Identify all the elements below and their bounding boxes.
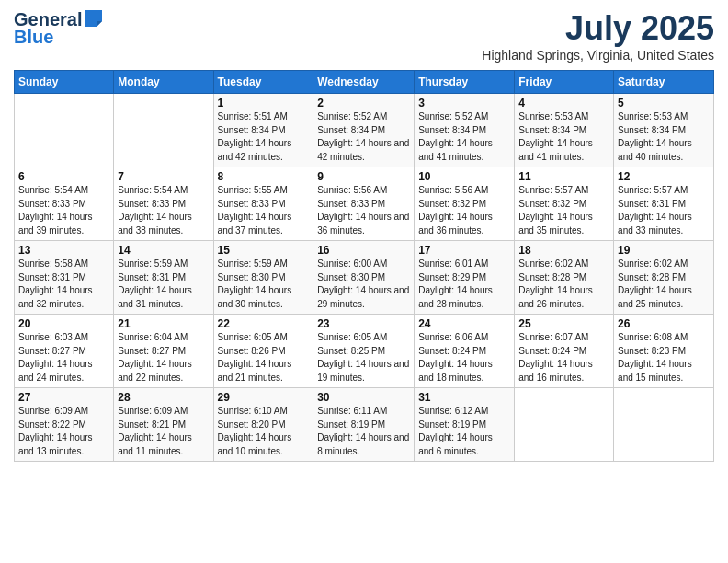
day-info: Sunrise: 5:53 AM Sunset: 8:34 PM Dayligh… xyxy=(518,110,609,164)
calendar-week-row: 13Sunrise: 5:58 AM Sunset: 8:31 PM Dayli… xyxy=(15,241,714,315)
day-info: Sunrise: 6:12 AM Sunset: 8:19 PM Dayligh… xyxy=(418,405,510,458)
calendar-cell: 7Sunrise: 5:54 AM Sunset: 8:33 PM Daylig… xyxy=(114,167,213,241)
calendar-week-row: 1Sunrise: 5:51 AM Sunset: 8:34 PM Daylig… xyxy=(15,94,714,167)
calendar-cell: 25Sunrise: 6:07 AM Sunset: 8:24 PM Dayli… xyxy=(515,315,614,388)
calendar-header-row: SundayMondayTuesdayWednesdayThursdayFrid… xyxy=(15,71,714,94)
day-number: 18 xyxy=(518,244,609,257)
calendar-cell xyxy=(614,388,714,462)
main-title: July 2025 xyxy=(482,9,714,48)
day-header-saturday: Saturday xyxy=(614,71,714,94)
title-block: July 2025 Highland Springs, Virginia, Un… xyxy=(482,9,714,63)
svg-marker-1 xyxy=(97,21,102,27)
day-header-friday: Friday xyxy=(515,71,614,94)
day-number: 22 xyxy=(218,317,310,330)
day-number: 14 xyxy=(118,244,209,257)
day-number: 26 xyxy=(618,317,710,330)
calendar-cell: 12Sunrise: 5:57 AM Sunset: 8:31 PM Dayli… xyxy=(614,167,714,241)
day-info: Sunrise: 5:52 AM Sunset: 8:34 PM Dayligh… xyxy=(418,110,510,164)
day-info: Sunrise: 6:02 AM Sunset: 8:28 PM Dayligh… xyxy=(518,258,609,311)
day-info: Sunrise: 5:51 AM Sunset: 8:34 PM Dayligh… xyxy=(218,110,310,164)
day-number: 12 xyxy=(618,170,710,183)
calendar-cell: 6Sunrise: 5:54 AM Sunset: 8:33 PM Daylig… xyxy=(15,167,114,241)
day-number: 8 xyxy=(218,170,310,183)
calendar-cell: 3Sunrise: 5:52 AM Sunset: 8:34 PM Daylig… xyxy=(415,94,515,167)
day-info: Sunrise: 5:58 AM Sunset: 8:31 PM Dayligh… xyxy=(18,258,109,311)
day-info: Sunrise: 6:01 AM Sunset: 8:29 PM Dayligh… xyxy=(418,258,510,311)
calendar-cell: 30Sunrise: 6:11 AM Sunset: 8:19 PM Dayli… xyxy=(313,388,415,462)
calendar-cell: 23Sunrise: 6:05 AM Sunset: 8:25 PM Dayli… xyxy=(313,315,415,388)
calendar-cell: 31Sunrise: 6:12 AM Sunset: 8:19 PM Dayli… xyxy=(415,388,515,462)
calendar-cell: 26Sunrise: 6:08 AM Sunset: 8:23 PM Dayli… xyxy=(614,315,714,388)
day-number: 20 xyxy=(18,317,109,330)
calendar-table: SundayMondayTuesdayWednesdayThursdayFrid… xyxy=(14,70,714,462)
logo: General Blue xyxy=(14,9,104,48)
day-info: Sunrise: 6:05 AM Sunset: 8:25 PM Dayligh… xyxy=(317,331,410,385)
calendar-week-row: 6Sunrise: 5:54 AM Sunset: 8:33 PM Daylig… xyxy=(15,167,714,241)
svg-marker-0 xyxy=(85,10,102,27)
day-number: 3 xyxy=(418,97,510,109)
day-number: 7 xyxy=(118,170,209,183)
day-info: Sunrise: 5:53 AM Sunset: 8:34 PM Dayligh… xyxy=(618,110,710,164)
day-info: Sunrise: 5:54 AM Sunset: 8:33 PM Dayligh… xyxy=(118,184,209,237)
calendar-cell: 27Sunrise: 6:09 AM Sunset: 8:22 PM Dayli… xyxy=(15,388,114,462)
day-info: Sunrise: 6:11 AM Sunset: 8:19 PM Dayligh… xyxy=(317,405,410,458)
calendar-cell xyxy=(515,388,614,462)
calendar-cell: 9Sunrise: 5:56 AM Sunset: 8:33 PM Daylig… xyxy=(313,167,415,241)
calendar-week-row: 27Sunrise: 6:09 AM Sunset: 8:22 PM Dayli… xyxy=(15,388,714,462)
calendar-cell: 20Sunrise: 6:03 AM Sunset: 8:27 PM Dayli… xyxy=(15,315,114,388)
day-info: Sunrise: 6:07 AM Sunset: 8:24 PM Dayligh… xyxy=(518,331,609,385)
calendar-cell: 29Sunrise: 6:10 AM Sunset: 8:20 PM Dayli… xyxy=(213,388,313,462)
day-info: Sunrise: 6:09 AM Sunset: 8:22 PM Dayligh… xyxy=(18,405,109,458)
calendar-cell: 15Sunrise: 5:59 AM Sunset: 8:30 PM Dayli… xyxy=(213,241,313,315)
day-number: 31 xyxy=(418,391,510,404)
calendar-cell: 11Sunrise: 5:57 AM Sunset: 8:32 PM Dayli… xyxy=(515,167,614,241)
calendar-cell xyxy=(15,94,114,167)
day-header-sunday: Sunday xyxy=(15,71,114,94)
day-number: 4 xyxy=(518,97,609,109)
day-number: 29 xyxy=(218,391,310,404)
calendar-cell: 21Sunrise: 6:04 AM Sunset: 8:27 PM Dayli… xyxy=(114,315,213,388)
day-info: Sunrise: 5:57 AM Sunset: 8:32 PM Dayligh… xyxy=(518,184,609,237)
page-header: General Blue July 2025 Highland Springs,… xyxy=(14,9,714,63)
day-number: 24 xyxy=(418,317,510,330)
day-number: 2 xyxy=(317,97,410,109)
day-number: 25 xyxy=(518,317,609,330)
day-number: 19 xyxy=(618,244,710,257)
calendar-cell: 13Sunrise: 5:58 AM Sunset: 8:31 PM Dayli… xyxy=(15,241,114,315)
calendar-cell: 4Sunrise: 5:53 AM Sunset: 8:34 PM Daylig… xyxy=(515,94,614,167)
calendar-cell: 16Sunrise: 6:00 AM Sunset: 8:30 PM Dayli… xyxy=(313,241,415,315)
logo-icon xyxy=(84,8,104,29)
day-info: Sunrise: 6:06 AM Sunset: 8:24 PM Dayligh… xyxy=(418,331,510,385)
day-info: Sunrise: 5:55 AM Sunset: 8:33 PM Dayligh… xyxy=(218,184,310,237)
day-number: 23 xyxy=(317,317,410,330)
day-number: 1 xyxy=(218,97,310,109)
day-number: 17 xyxy=(418,244,510,257)
day-info: Sunrise: 5:59 AM Sunset: 8:30 PM Dayligh… xyxy=(218,258,310,311)
day-info: Sunrise: 5:54 AM Sunset: 8:33 PM Dayligh… xyxy=(18,184,109,237)
calendar-cell: 18Sunrise: 6:02 AM Sunset: 8:28 PM Dayli… xyxy=(515,241,614,315)
day-number: 11 xyxy=(518,170,609,183)
calendar-cell: 24Sunrise: 6:06 AM Sunset: 8:24 PM Dayli… xyxy=(415,315,515,388)
calendar-cell: 8Sunrise: 5:55 AM Sunset: 8:33 PM Daylig… xyxy=(213,167,313,241)
calendar-cell: 5Sunrise: 5:53 AM Sunset: 8:34 PM Daylig… xyxy=(614,94,714,167)
day-info: Sunrise: 6:08 AM Sunset: 8:23 PM Dayligh… xyxy=(618,331,710,385)
calendar-cell: 1Sunrise: 5:51 AM Sunset: 8:34 PM Daylig… xyxy=(213,94,313,167)
day-info: Sunrise: 6:00 AM Sunset: 8:30 PM Dayligh… xyxy=(317,258,410,311)
calendar-cell: 17Sunrise: 6:01 AM Sunset: 8:29 PM Dayli… xyxy=(415,241,515,315)
day-info: Sunrise: 5:52 AM Sunset: 8:34 PM Dayligh… xyxy=(317,110,410,164)
day-number: 28 xyxy=(118,391,209,404)
day-info: Sunrise: 5:57 AM Sunset: 8:31 PM Dayligh… xyxy=(618,184,710,237)
day-number: 16 xyxy=(317,244,410,257)
day-info: Sunrise: 6:10 AM Sunset: 8:20 PM Dayligh… xyxy=(218,405,310,458)
day-info: Sunrise: 5:56 AM Sunset: 8:33 PM Dayligh… xyxy=(317,184,410,237)
day-number: 21 xyxy=(118,317,209,330)
day-info: Sunrise: 6:09 AM Sunset: 8:21 PM Dayligh… xyxy=(118,405,209,458)
day-info: Sunrise: 6:02 AM Sunset: 8:28 PM Dayligh… xyxy=(618,258,710,311)
day-number: 6 xyxy=(18,170,109,183)
calendar-cell: 2Sunrise: 5:52 AM Sunset: 8:34 PM Daylig… xyxy=(313,94,415,167)
calendar-cell: 10Sunrise: 5:56 AM Sunset: 8:32 PM Dayli… xyxy=(415,167,515,241)
calendar-cell: 19Sunrise: 6:02 AM Sunset: 8:28 PM Dayli… xyxy=(614,241,714,315)
calendar-cell xyxy=(114,94,213,167)
day-info: Sunrise: 5:59 AM Sunset: 8:31 PM Dayligh… xyxy=(118,258,209,311)
day-info: Sunrise: 6:04 AM Sunset: 8:27 PM Dayligh… xyxy=(118,331,209,385)
